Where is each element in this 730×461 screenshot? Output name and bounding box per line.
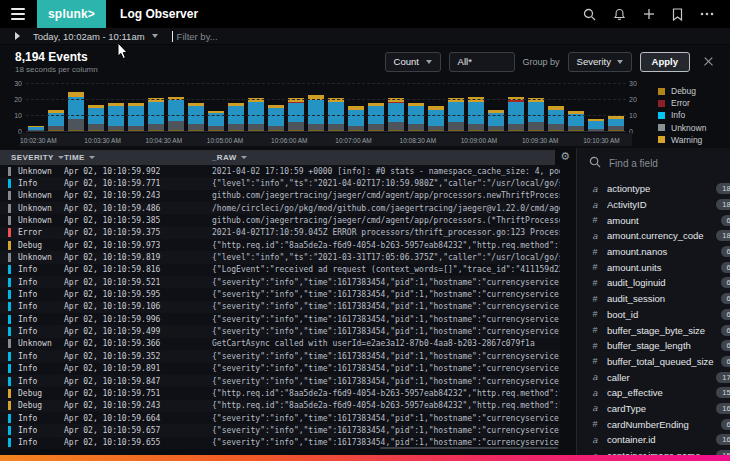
field-item[interactable]: aamount.currency_code180 [577, 228, 730, 244]
x-axis-line [26, 131, 626, 132]
time-range-picker[interactable]: Today, 10:02am - 10:11am [33, 31, 145, 42]
chart-bar[interactable] [68, 84, 84, 132]
field-item[interactable]: acontainer.id160 [577, 432, 730, 448]
chart-bar[interactable] [308, 84, 324, 132]
chart-bar[interactable] [148, 84, 164, 132]
field-item[interactable]: #buffer_stage_length65 [577, 338, 730, 354]
field-item[interactable]: #amount65 [577, 212, 730, 228]
field-item[interactable]: acardType165 [577, 401, 730, 417]
legend-item[interactable]: Debug [658, 85, 724, 97]
field-filter-dropdown[interactable]: All* [449, 52, 515, 72]
chart-bar[interactable] [208, 84, 224, 132]
chart-bar[interactable] [108, 84, 124, 132]
field-item[interactable]: #amount.units65 [577, 259, 730, 275]
chart-bar[interactable] [608, 84, 624, 132]
field-item[interactable]: #audit_session65 [577, 291, 730, 307]
splunk-logo[interactable]: splunk> [37, 0, 106, 28]
find-field-search[interactable]: Find a field [577, 148, 730, 178]
chart-bar[interactable] [448, 84, 464, 132]
chart-bar[interactable] [288, 84, 304, 132]
chart-bar[interactable] [328, 84, 344, 132]
chart-bar[interactable] [568, 84, 584, 132]
chart-bar[interactable] [268, 84, 284, 132]
table-row[interactable]: InfoApr 02, 10:10:59.847{"severity":"inf… [0, 375, 560, 387]
table-row[interactable]: UnknownApr 02, 10:10:59.243github.com/ja… [0, 190, 560, 202]
horizontal-scrollbar[interactable] [380, 447, 558, 449]
table-row[interactable]: InfoApr 02, 10:10:59.657{"severity":"inf… [0, 424, 560, 436]
column-header-raw[interactable]: _RAW [212, 153, 555, 162]
field-item[interactable]: #buffer_total_queued_size65 [577, 354, 730, 370]
legend-item[interactable]: Error [658, 97, 724, 109]
search-icon[interactable] [583, 8, 596, 21]
chart-bar[interactable] [508, 84, 524, 132]
table-row[interactable]: InfoApr 02, 10:10:59.891{"severity":"inf… [0, 363, 560, 375]
table-row[interactable]: InfoApr 02, 10:10:59.521{"severity":"inf… [0, 276, 560, 288]
table-row[interactable]: DebugApr 02, 10:10:59.973{"http.req.id":… [0, 239, 560, 251]
severity-cell: Info [18, 414, 64, 423]
table-row[interactable]: ErrorApr 02, 10:10:59.3752021-04-02T17:1… [0, 227, 560, 239]
field-item[interactable]: aActivityID180 [577, 197, 730, 213]
chart-bar[interactable] [408, 84, 424, 132]
group-by-dropdown[interactable]: Severity [568, 52, 632, 72]
field-item[interactable]: #boot_id65 [577, 307, 730, 323]
chart-bar[interactable] [48, 84, 64, 132]
chart-bar[interactable] [228, 84, 244, 132]
chart-bar[interactable] [388, 84, 404, 132]
bookmark-icon[interactable] [672, 8, 683, 21]
chart-bar[interactable] [248, 84, 264, 132]
filter-input[interactable]: Filter by... [177, 31, 218, 42]
column-header-severity[interactable]: SEVERITY [0, 153, 64, 162]
field-item[interactable]: acontainer.image.name158 [577, 448, 730, 455]
chart-bar[interactable] [28, 84, 44, 132]
field-item[interactable]: #audit_loginuid65 [577, 275, 730, 291]
legend-item[interactable]: Unknown [658, 122, 724, 134]
table-row[interactable]: InfoApr 02, 10:10:59.771{"level":"info",… [0, 177, 560, 189]
plus-icon[interactable] [643, 8, 655, 20]
table-row[interactable]: InfoApr 02, 10:10:59.816{"LogEvent":"rec… [0, 264, 560, 276]
table-row[interactable]: InfoApr 02, 10:10:59.595{"severity":"inf… [0, 288, 560, 300]
field-item[interactable]: #buffer_stage_byte_size65 [577, 322, 730, 338]
field-item[interactable]: acap_effective158 [577, 385, 730, 401]
legend-swatch [658, 124, 665, 131]
apply-button[interactable]: Apply [640, 52, 690, 72]
chart-bar[interactable] [368, 84, 384, 132]
close-icon[interactable] [702, 55, 716, 69]
chart-bar[interactable] [488, 84, 504, 132]
aggregation-dropdown[interactable]: Count [385, 52, 441, 72]
chart-bar[interactable] [528, 84, 544, 132]
chevron-down-icon[interactable] [152, 34, 158, 38]
more-icon[interactable] [700, 12, 714, 16]
field-item[interactable]: #cardNumberEnding65 [577, 416, 730, 432]
table-settings-gear-icon[interactable] [560, 151, 570, 162]
table-row[interactable]: DebugApr 02, 10:10:59.243{"http.req.id":… [0, 400, 560, 412]
chart-bar[interactable] [348, 84, 364, 132]
table-row[interactable]: UnknownApr 02, 10:10:59.385github.com/ja… [0, 214, 560, 226]
chart-bar[interactable] [588, 84, 604, 132]
table-row[interactable]: DebugApr 02, 10:10:59.751{"http.req.id":… [0, 387, 560, 399]
column-header-time[interactable]: TIME [64, 153, 212, 162]
chart-bar[interactable] [88, 84, 104, 132]
chart-bar[interactable] [168, 84, 184, 132]
table-row[interactable]: InfoApr 02, 10:10:59.664{"severity":"inf… [0, 412, 560, 424]
legend-item[interactable]: Info [658, 109, 724, 121]
chart-bar[interactable] [428, 84, 444, 132]
table-row[interactable]: UnknownApr 02, 10:10:59.819{"level":"inf… [0, 251, 560, 263]
field-item[interactable]: #amount.nanos65 [577, 244, 730, 260]
table-row[interactable]: InfoApr 02, 10:10:59.499{"severity":"inf… [0, 325, 560, 337]
table-row[interactable]: InfoApr 02, 10:10:59.352{"severity":"inf… [0, 350, 560, 362]
table-row[interactable]: InfoApr 02, 10:10:59.996{"severity":"inf… [0, 313, 560, 325]
chart-bar[interactable] [128, 84, 144, 132]
chart-bar[interactable] [468, 84, 484, 132]
legend-item[interactable]: Warning [658, 134, 724, 146]
table-row[interactable]: UnknownApr 02, 10:10:59.486/home/circlec… [0, 202, 560, 214]
play-icon[interactable] [15, 32, 20, 40]
chart-bar[interactable] [548, 84, 564, 132]
chart-bar[interactable] [188, 84, 204, 132]
table-row[interactable]: InfoApr 02, 10:10:59.106{"severity":"inf… [0, 301, 560, 313]
table-row[interactable]: UnknownApr 02, 10:10:59.9922021-04-02 17… [0, 165, 560, 177]
field-item[interactable]: aactiontype180 [577, 181, 730, 197]
menu-icon[interactable] [11, 8, 25, 20]
table-row[interactable]: UnknownApr 02, 10:10:59.366GetCartAsync … [0, 338, 560, 350]
bell-icon[interactable] [613, 8, 626, 21]
field-item[interactable]: acaller170 [577, 369, 730, 385]
